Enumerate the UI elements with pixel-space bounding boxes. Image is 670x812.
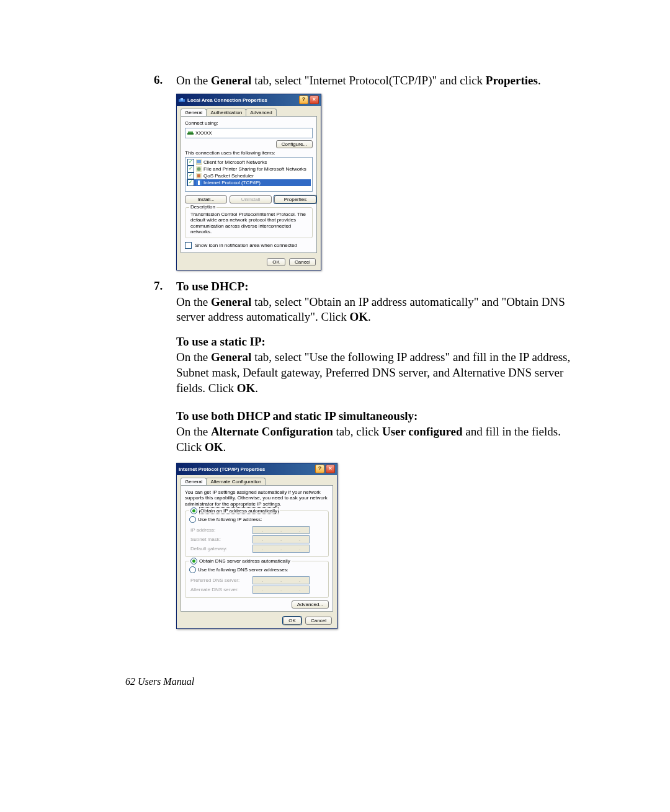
list-item-label: QoS Packet Scheduler bbox=[203, 173, 254, 179]
tab-general[interactable]: General bbox=[181, 478, 207, 485]
uses-label: This connection uses the following items… bbox=[185, 150, 313, 156]
group-legend: Obtain an IP address automatically bbox=[189, 507, 280, 514]
list-item-label: Client for Microsoft Networks bbox=[203, 159, 267, 165]
tab-panel: You can get IP settings assigned automat… bbox=[181, 485, 333, 612]
text-bold: Alternate Configuration bbox=[211, 425, 333, 438]
properties-button[interactable]: Properties bbox=[274, 195, 316, 203]
subnet-mask-input: ... bbox=[252, 535, 310, 543]
field-label: IP address: bbox=[190, 527, 252, 533]
help-button[interactable]: ? bbox=[315, 465, 324, 473]
paragraph: On the General tab, select "Use the foll… bbox=[176, 350, 571, 396]
group-legend: Obtain DNS server address automatically bbox=[189, 558, 292, 564]
text: On the bbox=[176, 295, 211, 308]
dialog-tcpip-properties: Internet Protocol (TCP/IP) Properties ? … bbox=[176, 463, 337, 630]
radio-static-dns[interactable] bbox=[189, 566, 196, 573]
checkbox[interactable] bbox=[187, 166, 194, 172]
ip-address-row: IP address: ... bbox=[190, 526, 323, 534]
protocol-icon bbox=[196, 180, 202, 185]
tab-alternate-config[interactable]: Alternate Configuration bbox=[206, 478, 266, 485]
checkbox-show-icon[interactable] bbox=[185, 242, 192, 249]
group-legend: Description bbox=[189, 204, 217, 210]
radio-auto-ip[interactable] bbox=[190, 507, 197, 514]
step-text: On the General tab, select "Internet Pro… bbox=[176, 73, 541, 89]
radio-auto-dns[interactable] bbox=[190, 558, 197, 564]
radio-label: Obtain DNS server address automatically bbox=[199, 558, 290, 564]
components-list[interactable]: Client for Microsoft Networks File and P… bbox=[185, 157, 313, 192]
description-text: Transmission Control Protocol/Internet P… bbox=[190, 212, 307, 235]
radio-static-ip[interactable] bbox=[189, 516, 196, 523]
field-label: Default gateway: bbox=[190, 546, 252, 551]
text: On the bbox=[176, 350, 211, 364]
text-bold: General bbox=[211, 295, 251, 308]
field-label: Preferred DNS server: bbox=[190, 578, 252, 583]
step-6: 6. On the General tab, select "Internet … bbox=[154, 73, 571, 89]
cancel-button[interactable]: Cancel bbox=[289, 258, 316, 266]
tab-general[interactable]: General bbox=[181, 109, 207, 116]
subheading-static-ip: To use a static IP: bbox=[176, 335, 571, 349]
text: . bbox=[223, 440, 226, 453]
client-icon bbox=[196, 159, 202, 165]
cancel-button[interactable]: Cancel bbox=[305, 617, 332, 625]
text: . bbox=[255, 381, 258, 395]
description-group: Description Transmission Control Protoco… bbox=[185, 207, 313, 238]
step-7: 7. To use DHCP: On the General tab, sele… bbox=[154, 279, 571, 325]
titlebar[interactable]: Internet Protocol (TCP/IP) Properties ? … bbox=[177, 463, 337, 475]
tab-authentication[interactable]: Authentication bbox=[206, 109, 246, 116]
list-item[interactable]: Internet Protocol (TCP/IP) bbox=[187, 179, 311, 186]
page-footer: 62 Users Manual bbox=[125, 676, 194, 687]
step-number: 7. bbox=[154, 279, 176, 325]
gateway-input: ... bbox=[252, 545, 310, 553]
list-item[interactable]: Client for Microsoft Networks bbox=[187, 159, 311, 166]
dns-group: Obtain DNS server address automatically … bbox=[185, 561, 329, 598]
nic-icon bbox=[179, 97, 185, 103]
checkbox[interactable] bbox=[187, 172, 194, 179]
ok-button[interactable]: OK bbox=[283, 617, 302, 625]
ip-address-input: ... bbox=[252, 526, 310, 534]
text: tab, select "Internet Protocol(TCP/IP)" … bbox=[251, 74, 485, 87]
tab-advanced[interactable]: Advanced bbox=[246, 109, 277, 116]
text: On the bbox=[176, 425, 211, 438]
gateway-row: Default gateway: ... bbox=[190, 545, 323, 553]
text-bold: OK bbox=[349, 310, 368, 323]
dialog-title: Local Area Connection Properties bbox=[187, 97, 298, 103]
svg-rect-5 bbox=[197, 160, 201, 163]
svg-rect-3 bbox=[187, 133, 194, 135]
radio-label: Obtain an IP address automatically bbox=[199, 507, 279, 514]
pref-dns-row: Preferred DNS server: ... bbox=[190, 576, 323, 584]
close-button[interactable]: × bbox=[310, 96, 319, 104]
adapter-name: XXXXX bbox=[195, 130, 212, 136]
install-button[interactable]: Install... bbox=[185, 195, 227, 203]
list-item[interactable]: QoS Packet Scheduler bbox=[187, 172, 311, 179]
step-number: 6. bbox=[154, 73, 176, 89]
tabstrip: General Alternate Configuration bbox=[177, 475, 337, 485]
text-bold: General bbox=[211, 350, 251, 364]
help-button[interactable]: ? bbox=[299, 96, 308, 104]
list-item-label: File and Printer Sharing for Microsoft N… bbox=[203, 166, 306, 172]
titlebar[interactable]: Local Area Connection Properties ? × bbox=[177, 94, 321, 106]
advanced-button[interactable]: Advanced... bbox=[292, 600, 329, 609]
text-bold: Properties bbox=[486, 74, 538, 87]
ok-button[interactable]: OK bbox=[267, 258, 285, 266]
svg-rect-1 bbox=[181, 98, 183, 100]
checkbox[interactable] bbox=[187, 159, 194, 166]
step-text: To use DHCP: On the General tab, select … bbox=[176, 279, 571, 325]
text-bold: OK bbox=[205, 440, 223, 453]
svg-rect-11 bbox=[198, 181, 200, 185]
text: tab, click bbox=[333, 425, 382, 438]
configure-button[interactable]: Configure... bbox=[276, 140, 313, 148]
dialog-title: Internet Protocol (TCP/IP) Properties bbox=[179, 466, 314, 472]
field-label: Subnet mask: bbox=[190, 537, 252, 542]
text: On the bbox=[176, 74, 211, 87]
service-icon bbox=[196, 166, 202, 172]
dialog-lan-properties: Local Area Connection Properties ? × Gen… bbox=[176, 94, 321, 270]
close-button[interactable]: × bbox=[326, 465, 335, 473]
tabstrip: General Authentication Advanced bbox=[177, 106, 321, 116]
show-icon-label: Show icon in notification area when conn… bbox=[195, 243, 297, 248]
adapter-field[interactable]: XXXXX bbox=[185, 128, 313, 138]
checkbox[interactable] bbox=[187, 179, 194, 186]
radio-label: Use the following IP address: bbox=[198, 517, 262, 522]
list-item[interactable]: File and Printer Sharing for Microsoft N… bbox=[187, 166, 311, 172]
svg-point-7 bbox=[197, 167, 201, 171]
nic-icon bbox=[187, 130, 194, 136]
paragraph: On the Alternate Configuration tab, clic… bbox=[176, 424, 571, 455]
